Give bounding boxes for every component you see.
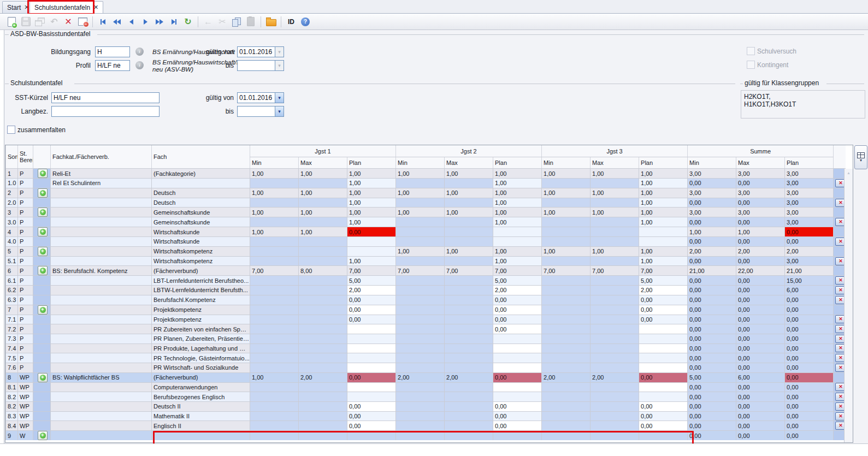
cell-value: 0,00 xyxy=(493,372,542,382)
zusammenfalten-checkbox[interactable] xyxy=(7,126,15,134)
column-config-button[interactable]: ▾ xyxy=(854,145,867,169)
delete-record-icon[interactable]: ✕ xyxy=(62,15,75,28)
basis-bis-field[interactable] xyxy=(237,60,275,71)
sst-bis-dropdown-icon[interactable]: ▾ xyxy=(275,106,284,117)
tab-schulstundentafeln-close-icon[interactable]: ✕ xyxy=(93,4,98,11)
basis-gueltig-von-field[interactable] xyxy=(237,46,275,57)
sst-bis-combo[interactable]: ▾ xyxy=(237,106,284,117)
col-header-plan-4[interactable]: Plan xyxy=(785,157,834,169)
sst-gueltig-von-dropdown-icon[interactable]: ▾ xyxy=(275,92,284,103)
col-header-plan-3[interactable]: Plan xyxy=(639,157,688,169)
add-row-button[interactable]: + xyxy=(38,373,48,382)
add-row-button[interactable]: + xyxy=(38,227,48,236)
table-scrollbar[interactable]: ▲ xyxy=(844,169,853,442)
add-row-button[interactable]: + xyxy=(38,188,48,198)
langbez-field[interactable] xyxy=(51,106,160,117)
sst-gueltig-von-field[interactable] xyxy=(237,92,275,103)
sst-gueltig-von-combo[interactable]: ▾ xyxy=(237,92,284,103)
col-header-min-4[interactable]: Min xyxy=(688,157,736,169)
sst-bis-field[interactable] xyxy=(237,106,275,117)
cell-add xyxy=(33,315,51,324)
nav-first-icon[interactable] xyxy=(96,15,109,28)
sst-bis-label: bis xyxy=(174,108,234,115)
cell-value: 0,00 xyxy=(688,431,736,441)
cell-add: + xyxy=(33,266,51,276)
cell-value: 2,00 xyxy=(688,246,736,256)
col-header-plan-2[interactable]: Plan xyxy=(493,157,542,169)
table-row: 2P+Deutsch1,001,001,001,001,001,001,001,… xyxy=(6,188,846,198)
cell-value xyxy=(542,402,591,412)
nav-fast-prev-icon[interactable] xyxy=(110,15,123,28)
cell-value xyxy=(591,382,639,392)
col-header-max-4[interactable]: Max xyxy=(736,157,785,169)
cell-st-bereich: P xyxy=(18,324,33,334)
langbez-label: Langbez. xyxy=(9,108,48,115)
cell-fachkat: Rel Et Schulintern xyxy=(51,179,152,188)
cell-value xyxy=(347,392,396,402)
cell-value xyxy=(591,363,639,372)
add-row-button[interactable]: + xyxy=(38,208,48,217)
refresh-icon[interactable]: ↻ xyxy=(181,15,194,28)
cell-value xyxy=(591,411,639,421)
col-header-sort[interactable]: Sort. xyxy=(6,145,18,169)
table-row: 6P+BS: Berufsfachl. Kompetenz(Fächerverb… xyxy=(6,266,846,276)
col-header-max-2[interactable]: Max xyxy=(445,157,493,169)
tab-start-close-icon[interactable]: ✕ xyxy=(24,4,29,11)
cell-value: 0,00 xyxy=(785,372,834,382)
remove-form-icon[interactable]: – xyxy=(76,15,89,28)
cell-value xyxy=(542,286,591,295)
cell-value xyxy=(591,295,639,305)
cell-sort: 7.6 xyxy=(6,363,18,372)
nav-last-icon[interactable] xyxy=(167,15,180,28)
nav-fast-next-icon[interactable] xyxy=(153,15,166,28)
record-id-icon[interactable]: ID xyxy=(285,15,298,28)
cell-value: 0,00 xyxy=(688,353,736,363)
cell-value: 2,00 xyxy=(639,286,688,295)
scroll-up-icon[interactable]: ▲ xyxy=(845,169,853,177)
col-header-st-bereich[interactable]: St.Bereich xyxy=(18,145,33,169)
open-module-icon[interactable] xyxy=(264,15,277,28)
col-header-min-1[interactable]: Min xyxy=(250,157,299,169)
add-row-button[interactable]: + xyxy=(38,169,48,178)
col-header-max-1[interactable]: Max xyxy=(299,157,347,169)
tab-schulstundentafeln[interactable]: Schulstundentafeln ✕ xyxy=(29,1,103,13)
cell-sort: 7.5 xyxy=(6,353,18,363)
col-header-plan-1[interactable]: Plan xyxy=(347,157,396,169)
cell-st-bereich: P xyxy=(18,334,33,344)
cell-st-bereich: P xyxy=(18,315,33,324)
add-row-button[interactable]: + xyxy=(38,247,48,256)
add-row-button[interactable]: + xyxy=(38,305,48,315)
cell-value: 7,00 xyxy=(493,266,542,276)
cell-fach: Projektkompetenz xyxy=(152,315,250,324)
sst-kuerzel-field[interactable] xyxy=(51,92,160,103)
stundentafel-table: Sort.St.BereichFachkat./Fächerverb.FachJ… xyxy=(5,145,846,440)
add-row-button[interactable]: + xyxy=(38,266,48,275)
profil-field[interactable] xyxy=(95,60,130,71)
col-header-add[interactable] xyxy=(33,145,51,169)
fieldset-line xyxy=(97,34,864,35)
cell-value: 0,00 xyxy=(736,286,785,295)
add-row-button[interactable]: + xyxy=(38,431,48,440)
table-row: 5P+Wirtschaftskompetenz1,001,001,001,001… xyxy=(6,246,846,256)
nav-prev-icon[interactable] xyxy=(125,15,138,28)
col-header-max-3[interactable]: Max xyxy=(591,157,639,169)
cell-value: 0,00 xyxy=(639,315,688,324)
col-header-min-3[interactable]: Min xyxy=(542,157,591,169)
col-header-min-2[interactable]: Min xyxy=(396,157,445,169)
cell-add xyxy=(33,324,51,334)
copy-icon[interactable] xyxy=(230,15,243,28)
cell-add xyxy=(33,217,51,227)
col-header-fachkat[interactable]: Fachkat./Fächerverb. xyxy=(51,145,152,169)
bildungsgang-field[interactable] xyxy=(95,46,130,57)
cell-value: 1,00 xyxy=(299,188,347,198)
cell-value xyxy=(542,421,591,431)
cell-st-bereich: WP xyxy=(18,382,33,392)
cell-value xyxy=(299,237,347,247)
cell-value xyxy=(396,421,445,431)
cell-value: 1,00 xyxy=(299,208,347,217)
help-icon[interactable]: ? xyxy=(299,15,312,28)
cut-icon: ✂ xyxy=(216,15,229,28)
col-header-fach[interactable]: Fach xyxy=(152,145,250,169)
nav-next-icon[interactable] xyxy=(139,15,152,28)
new-record-icon[interactable]: + xyxy=(5,15,18,28)
